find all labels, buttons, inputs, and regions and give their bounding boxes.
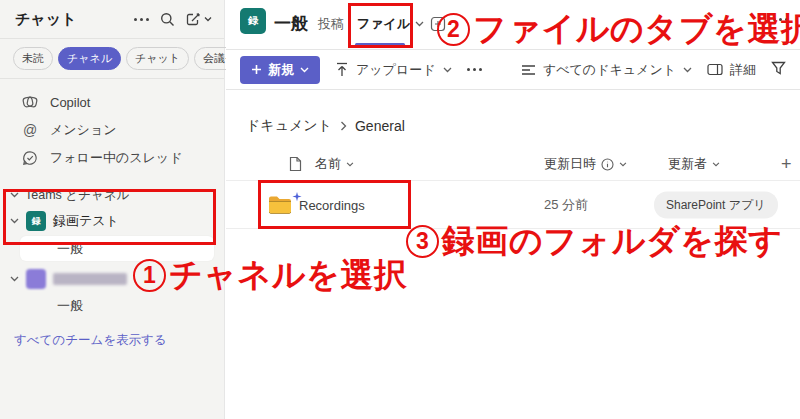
breadcrumb-general[interactable]: General <box>355 118 405 134</box>
active-tab-indicator <box>355 43 405 46</box>
sidebar-item-mentions[interactable]: @ メンション <box>0 116 224 144</box>
teams-section-header[interactable]: Teams とチャネル <box>0 183 224 207</box>
filter-icon[interactable] <box>771 61 786 79</box>
sidebar-title: チャット <box>15 10 134 29</box>
chevron-down-icon <box>346 162 354 167</box>
view-selector-label: すべてのドキュメント <box>543 61 676 79</box>
chevron-down-icon <box>619 162 627 167</box>
sidebar-header: チャット <box>0 0 224 39</box>
files-toolbar: 新規 アップロード すべてのドキュメント 詳細 <box>226 50 800 90</box>
team-avatar-redacted <box>26 269 46 289</box>
breadcrumb: ドキュメント General <box>246 117 800 135</box>
sidebar-item-followed-threads[interactable]: フォロー中のスレッド <box>0 144 224 172</box>
view-selector[interactable]: すべてのドキュメント <box>521 61 692 79</box>
info-icon <box>601 158 614 171</box>
channel-title: 一般 <box>274 12 308 35</box>
breadcrumb-documents[interactable]: ドキュメント <box>246 117 332 135</box>
chevron-down-icon <box>10 192 19 198</box>
sidebar-item-label: Copilot <box>50 95 90 110</box>
channel-more-icon[interactable] <box>773 18 788 21</box>
copilot-icon <box>21 94 39 110</box>
toolbar-more-icon[interactable] <box>467 68 482 71</box>
sidebar-item-copilot[interactable]: Copilot <box>0 88 224 116</box>
teams-section-label: Teams とチャネル <box>25 187 129 204</box>
sidebar-items: Copilot @ メンション フォロー中のスレッド <box>0 79 224 172</box>
add-column-button[interactable]: + <box>781 154 792 175</box>
sidebar-item-label: フォロー中のスレッド <box>50 149 182 167</box>
channel-label: 一般 <box>57 297 83 315</box>
files-table-header: 名前 更新日時 更新者 + <box>226 148 800 180</box>
search-icon[interactable] <box>160 12 175 27</box>
new-button-label: 新規 <box>268 61 294 79</box>
chevron-down-icon <box>712 162 720 167</box>
details-pane-icon <box>707 63 723 76</box>
team-row-second[interactable] <box>0 265 224 293</box>
file-modified-time: 25 分前 <box>544 196 588 214</box>
new-button[interactable]: 新規 <box>240 56 320 84</box>
team-avatar: 録 <box>26 211 46 231</box>
details-label: 詳細 <box>730 61 756 79</box>
more-options-icon[interactable] <box>134 18 149 21</box>
toolbar-right-group: すべてのドキュメント 詳細 <box>521 61 786 79</box>
table-row-recordings[interactable]: Recordings 25 分前 SharePoint アプリ <box>226 180 800 229</box>
channel-label: 一般 <box>57 240 83 258</box>
tab-files-label: ファイル <box>357 15 410 33</box>
filter-chats[interactable]: チャット <box>126 47 189 70</box>
chevron-down-icon <box>683 67 692 73</box>
file-type-column-icon[interactable] <box>289 156 302 172</box>
plus-icon <box>251 64 262 75</box>
sidebar-item-label: メンション <box>50 121 117 139</box>
column-header-name[interactable]: 名前 <box>315 155 354 173</box>
file-modified-by: SharePoint アプリ <box>654 191 778 218</box>
files-table: 名前 更新日時 更新者 + <box>226 148 800 229</box>
details-button[interactable]: 詳細 <box>707 61 756 79</box>
column-header-label: 名前 <box>315 155 341 173</box>
filter-channels[interactable]: チャネル <box>58 47 121 70</box>
chevron-right-icon <box>340 121 347 131</box>
column-header-label: 更新者 <box>668 155 707 173</box>
chat-sidebar: チャット 未読 チャネル チャット 会議チャット <box>0 0 225 419</box>
channel-avatar: 録 <box>240 8 266 34</box>
add-tab-icon[interactable] <box>430 16 446 36</box>
upload-button[interactable]: アップロード <box>335 61 452 79</box>
followed-threads-icon <box>21 150 39 166</box>
column-header-modified-by[interactable]: 更新者 <box>668 155 720 173</box>
upload-label: アップロード <box>356 61 436 79</box>
filter-unread[interactable]: 未読 <box>13 47 53 70</box>
chevron-down-icon <box>10 276 19 282</box>
folder-icon <box>268 195 292 214</box>
column-header-modified[interactable]: 更新日時 <box>544 155 627 173</box>
sidebar-header-icons <box>134 12 212 27</box>
team-row-recording-test[interactable]: 録 録画テスト <box>0 207 224 235</box>
show-all-teams-link[interactable]: すべてのチームを表示する <box>14 332 224 349</box>
chevron-down-icon <box>415 21 424 27</box>
channel-general-selected[interactable]: 一般 <box>20 236 214 261</box>
team-name: 録画テスト <box>53 212 119 230</box>
list-view-icon <box>521 64 536 76</box>
upload-icon <box>335 62 349 77</box>
modified-by-badge: SharePoint アプリ <box>654 191 778 218</box>
tab-posts[interactable]: 投稿 <box>318 15 344 33</box>
channel-main-pane: 録 一般 投稿 ファイル 新規 アップロード <box>226 0 800 419</box>
tab-files[interactable]: ファイル <box>357 15 424 33</box>
channel-general-second[interactable]: 一般 <box>0 293 224 319</box>
channel-header: 録 一般 投稿 ファイル <box>226 0 800 50</box>
teams-app-window: チャット 未読 チャネル チャット 会議チャット <box>0 0 800 419</box>
mention-icon: @ <box>21 122 39 138</box>
team-name-redacted <box>53 273 127 285</box>
chevron-down-icon <box>443 67 452 73</box>
column-header-label: 更新日時 <box>544 155 596 173</box>
chat-filter-pills: 未読 チャネル チャット 会議チャット <box>0 39 224 79</box>
chevron-down-icon <box>10 218 19 224</box>
chevron-down-icon <box>300 67 309 73</box>
new-chat-icon[interactable] <box>186 12 212 27</box>
file-name[interactable]: Recordings <box>299 197 365 212</box>
